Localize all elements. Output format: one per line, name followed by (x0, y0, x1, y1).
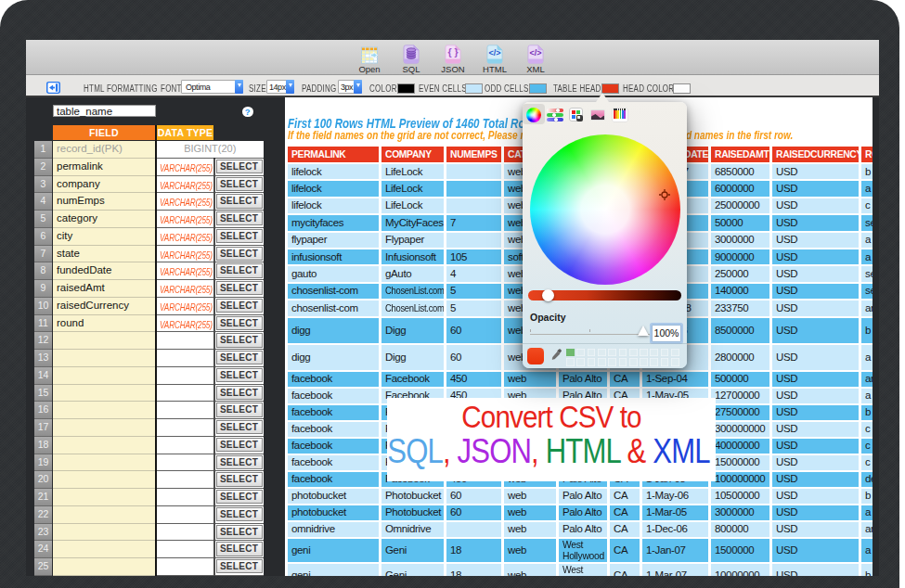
svg-text:</>: </> (529, 48, 541, 58)
svg-text:</>: </> (488, 48, 500, 58)
svg-text:{ }: { } (447, 46, 458, 58)
